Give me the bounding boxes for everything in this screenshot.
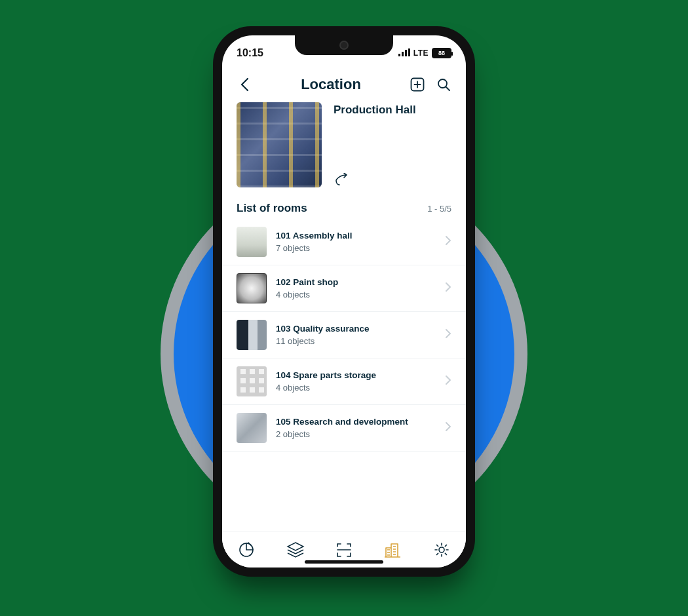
room-title: 103 Quality assurance: [276, 324, 436, 334]
page-title: Location: [252, 76, 410, 93]
chevron-right-icon: [445, 235, 451, 248]
rooms-list[interactable]: 101 Assembly hall7 objects102 Paint shop…: [222, 219, 466, 531]
nav-bar: Location: [222, 64, 466, 100]
room-subtitle: 7 objects: [276, 243, 436, 253]
room-row[interactable]: 101 Assembly hall7 objects: [222, 219, 466, 265]
search-button[interactable]: [436, 77, 451, 92]
location-hero: Production Hall: [222, 100, 466, 191]
room-thumbnail: [237, 320, 267, 350]
layers-icon: [286, 541, 305, 558]
share-icon: [334, 173, 349, 186]
svg-rect-0: [398, 54, 400, 56]
room-thumbnail: [237, 413, 267, 443]
room-title: 104 Spare parts storage: [276, 370, 436, 380]
svg-point-6: [439, 547, 444, 552]
phone-frame: 10:15 LTE 88 Location: [213, 26, 475, 577]
chevron-right-icon: [445, 328, 451, 341]
room-subtitle: 4 objects: [276, 383, 436, 393]
back-button[interactable]: [237, 77, 252, 92]
location-image[interactable]: [237, 102, 322, 187]
room-thumbnail: [237, 227, 267, 257]
room-subtitle: 2 objects: [276, 429, 436, 439]
room-text: 101 Assembly hall7 objects: [276, 231, 436, 253]
location-title: Production Hall: [334, 104, 416, 117]
room-text: 103 Quality assurance11 objects: [276, 324, 436, 346]
cellular-signal-icon: [398, 47, 410, 59]
room-text: 102 Paint shop4 objects: [276, 277, 436, 299]
room-row[interactable]: 104 Spare parts storage4 objects: [222, 358, 466, 405]
battery-indicator: 88: [432, 48, 451, 58]
scan-icon: [335, 541, 353, 558]
gear-icon: [433, 541, 450, 558]
plus-square-icon: [410, 77, 425, 92]
room-title: 105 Research and development: [276, 417, 436, 427]
tab-locations[interactable]: [379, 537, 406, 563]
room-thumbnail: [237, 366, 267, 396]
room-thumbnail: [237, 273, 267, 303]
room-row[interactable]: 102 Paint shop4 objects: [222, 265, 466, 312]
phone-screen: 10:15 LTE 88 Location: [222, 35, 466, 568]
rooms-section-range: 1 - 5/5: [427, 204, 451, 214]
chevron-right-icon: [445, 282, 451, 295]
svg-rect-1: [402, 52, 404, 56]
chevron-right-icon: [445, 421, 451, 434]
share-button[interactable]: [334, 172, 349, 187]
tab-layers[interactable]: [282, 537, 309, 563]
add-button[interactable]: [410, 77, 425, 92]
room-subtitle: 11 objects: [276, 336, 436, 346]
room-title: 102 Paint shop: [276, 277, 436, 287]
tab-scan[interactable]: [331, 537, 357, 563]
pie-chart-icon: [238, 541, 255, 558]
phone-notch: [295, 35, 393, 55]
status-right: LTE 88: [398, 47, 451, 59]
svg-rect-2: [405, 50, 407, 56]
rooms-section-title: List of rooms: [237, 202, 307, 215]
room-text: 105 Research and development2 objects: [276, 417, 436, 439]
status-time: 10:15: [237, 47, 263, 59]
room-text: 104 Spare parts storage4 objects: [276, 370, 436, 393]
room-subtitle: 4 objects: [276, 290, 436, 299]
tab-settings[interactable]: [429, 537, 455, 563]
network-label: LTE: [413, 48, 429, 58]
room-title: 101 Assembly hall: [276, 231, 436, 241]
search-icon: [436, 77, 451, 92]
chevron-right-icon: [445, 375, 451, 388]
tab-dashboard[interactable]: [233, 537, 259, 563]
chevron-left-icon: [240, 77, 249, 92]
room-row[interactable]: 103 Quality assurance11 objects: [222, 312, 466, 358]
rooms-section-header: List of rooms 1 - 5/5: [222, 191, 466, 219]
home-indicator[interactable]: [305, 560, 383, 564]
room-row[interactable]: 105 Research and development2 objects: [222, 405, 466, 452]
svg-rect-3: [408, 48, 410, 56]
buildings-icon: [383, 541, 402, 558]
